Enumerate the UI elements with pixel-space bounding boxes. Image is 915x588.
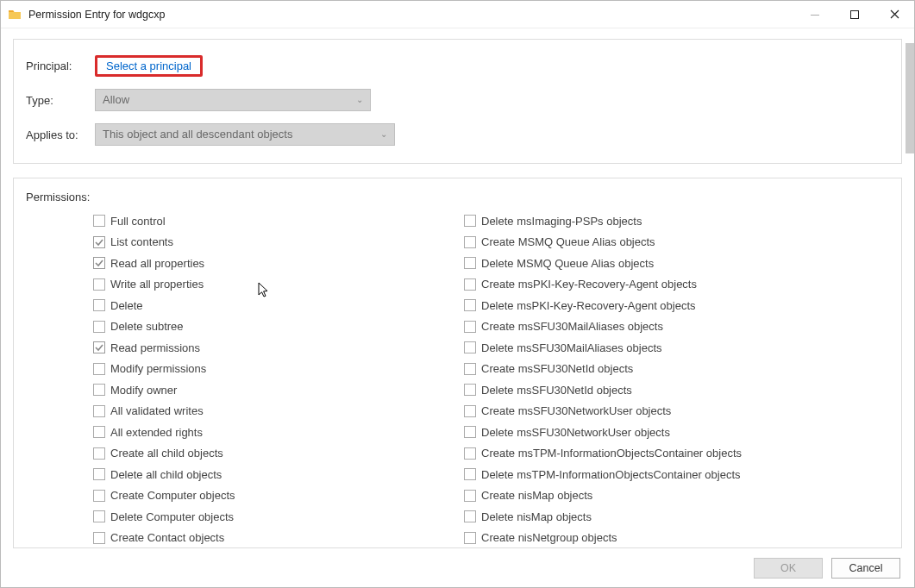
applies-to-value: This object and all descendant objects bbox=[103, 128, 292, 141]
select-principal-link[interactable]: Select a principal bbox=[106, 59, 191, 72]
permission-checkbox[interactable] bbox=[464, 532, 476, 544]
permission-checkbox[interactable] bbox=[464, 426, 476, 438]
scrollbar-thumb[interactable] bbox=[906, 43, 914, 153]
permission-item: Delete Computer objects bbox=[93, 506, 464, 528]
permission-label: Create msSFU30NetworkUser objects bbox=[481, 404, 671, 417]
type-select[interactable]: Allow ⌄ bbox=[95, 89, 371, 111]
permission-checkbox[interactable] bbox=[464, 299, 476, 311]
permission-item: Create msTPM-InformationObjectsContainer… bbox=[464, 443, 835, 465]
cancel-button[interactable]: Cancel bbox=[831, 558, 900, 579]
permission-item: Create msSFU30NetworkUser objects bbox=[464, 401, 835, 422]
minimize-button[interactable] bbox=[795, 1, 835, 28]
maximize-button[interactable] bbox=[835, 1, 874, 28]
applies-to-select[interactable]: This object and all descendant objects ⌄ bbox=[95, 123, 395, 146]
permission-item: Create nisMap objects bbox=[464, 485, 835, 507]
permission-item: Delete MSMQ Queue Alias objects bbox=[464, 253, 835, 274]
permission-label: Create msTPM-InformationObjectsContainer… bbox=[481, 447, 742, 460]
permission-label: Delete subtree bbox=[110, 320, 184, 333]
permissions-label: Permissions: bbox=[26, 191, 889, 203]
permissions-panel: Permissions: Full controlList contentsRe… bbox=[13, 178, 902, 548]
permission-label: Read all properties bbox=[110, 257, 204, 270]
svg-rect-1 bbox=[851, 10, 859, 18]
permission-checkbox[interactable] bbox=[464, 341, 476, 353]
permission-label: All validated writes bbox=[110, 404, 204, 417]
permission-label: Create msSFU30MailAliases objects bbox=[481, 320, 663, 333]
permission-item: Delete nisMap objects bbox=[464, 506, 835, 528]
principal-label: Principal: bbox=[26, 59, 95, 72]
permission-checkbox[interactable] bbox=[93, 236, 105, 248]
permission-checkbox[interactable] bbox=[93, 426, 105, 438]
permission-label: Create nisMap objects bbox=[481, 489, 592, 502]
permission-checkbox[interactable] bbox=[464, 447, 476, 460]
permission-checkbox[interactable] bbox=[93, 405, 105, 417]
permission-item: Delete bbox=[93, 295, 464, 316]
chevron-down-icon: ⌄ bbox=[356, 90, 363, 110]
permission-label: Delete MSMQ Queue Alias objects bbox=[481, 257, 654, 270]
permission-checkbox[interactable] bbox=[93, 215, 105, 227]
permission-checkbox[interactable] bbox=[93, 384, 105, 396]
select-principal-highlight: Select a principal bbox=[95, 55, 203, 77]
permission-checkbox[interactable] bbox=[93, 341, 105, 353]
permission-item: Create Computer objects bbox=[93, 485, 464, 507]
permission-checkbox[interactable] bbox=[93, 321, 105, 333]
permission-label: Delete nisMap objects bbox=[481, 510, 592, 523]
permission-label: Create nisNetgroup objects bbox=[481, 531, 617, 544]
permission-checkbox[interactable] bbox=[464, 384, 476, 396]
permission-label: Delete Computer objects bbox=[110, 510, 234, 523]
permission-checkbox[interactable] bbox=[93, 447, 105, 460]
permission-checkbox[interactable] bbox=[93, 257, 105, 269]
permission-checkbox[interactable] bbox=[464, 363, 476, 375]
permission-item: Write all properties bbox=[93, 274, 464, 296]
permission-label: Delete msSFU30MailAliases objects bbox=[481, 341, 662, 354]
permission-item: Create msSFU30NetId objects bbox=[464, 359, 835, 380]
titlebar: Permission Entry for wdgcxp bbox=[1, 1, 914, 28]
permission-checkbox[interactable] bbox=[93, 363, 105, 375]
applies-to-label: Applies to: bbox=[26, 128, 95, 141]
permission-label: Delete msPKI-Key-Recovery-Agent objects bbox=[481, 299, 696, 312]
permission-checkbox[interactable] bbox=[464, 490, 476, 502]
permission-label: Create msPKI-Key-Recovery-Agent objects bbox=[481, 278, 697, 291]
close-button[interactable] bbox=[874, 1, 914, 28]
permission-label: Create Computer objects bbox=[110, 489, 235, 502]
permission-item: List contents bbox=[93, 232, 464, 253]
permission-checkbox[interactable] bbox=[464, 278, 476, 291]
permission-label: Delete msTPM-InformationObjectsContainer… bbox=[481, 468, 741, 481]
permission-checkbox[interactable] bbox=[464, 236, 476, 248]
permission-checkbox[interactable] bbox=[93, 468, 105, 480]
permission-checkbox[interactable] bbox=[464, 510, 476, 522]
permission-checkbox[interactable] bbox=[93, 510, 105, 522]
permission-item: Delete subtree bbox=[93, 316, 464, 338]
permission-label: Create Contact objects bbox=[110, 531, 224, 544]
permission-item: Delete msPKI-Key-Recovery-Agent objects bbox=[464, 295, 835, 316]
permission-item: Modify owner bbox=[93, 379, 464, 401]
permission-label: Read permissions bbox=[110, 341, 200, 354]
permission-checkbox[interactable] bbox=[93, 299, 105, 311]
permission-label: Modify owner bbox=[110, 384, 177, 397]
permission-checkbox[interactable] bbox=[464, 257, 476, 269]
permission-item: All validated writes bbox=[93, 401, 464, 422]
permission-item: Read permissions bbox=[93, 337, 464, 359]
window-title: Permission Entry for wdgcxp bbox=[28, 9, 795, 21]
permission-checkbox[interactable] bbox=[464, 405, 476, 417]
permission-label: Create MSMQ Queue Alias objects bbox=[481, 235, 655, 248]
permission-item: Delete msSFU30NetworkUser objects bbox=[464, 422, 835, 443]
ok-button[interactable]: OK bbox=[754, 558, 823, 579]
chevron-down-icon: ⌄ bbox=[380, 124, 387, 145]
permission-label: Create all child objects bbox=[110, 447, 223, 460]
permission-checkbox[interactable] bbox=[464, 215, 476, 227]
permission-checkbox[interactable] bbox=[464, 321, 476, 333]
permission-item: Create msPKI-Key-Recovery-Agent objects bbox=[464, 274, 835, 296]
permission-checkbox[interactable] bbox=[93, 490, 105, 502]
permission-checkbox[interactable] bbox=[93, 278, 105, 291]
permission-item: All extended rights bbox=[93, 422, 464, 443]
permission-checkbox[interactable] bbox=[464, 468, 476, 480]
permission-label: List contents bbox=[110, 235, 173, 248]
permission-label: Delete bbox=[110, 299, 143, 312]
permission-item: Delete msSFU30NetId objects bbox=[464, 379, 835, 401]
permission-label: Full control bbox=[110, 215, 166, 228]
permission-label: Delete msSFU30NetworkUser objects bbox=[481, 426, 670, 439]
permission-label: Delete all child objects bbox=[110, 468, 222, 481]
permission-item: Modify permissions bbox=[93, 359, 464, 380]
permission-label: Modify permissions bbox=[110, 362, 206, 375]
permission-checkbox[interactable] bbox=[93, 532, 105, 544]
